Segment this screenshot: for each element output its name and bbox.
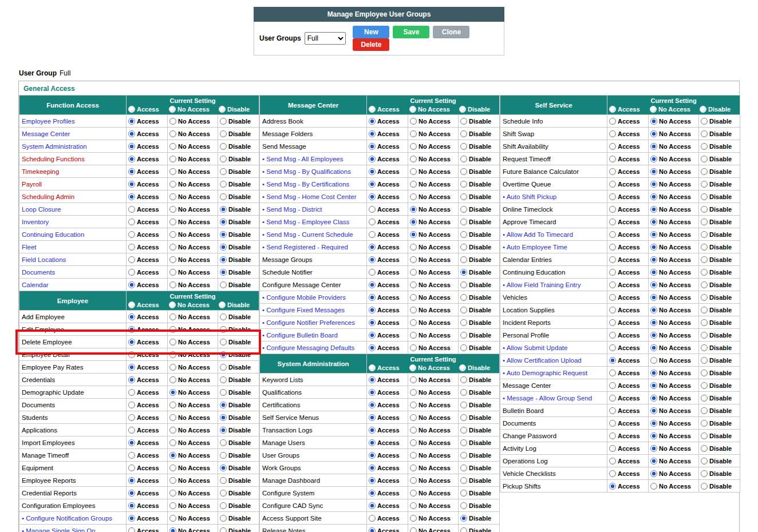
access-radio[interactable] — [128, 130, 135, 137]
disable-radio[interactable] — [701, 407, 708, 414]
disable-radio[interactable] — [701, 307, 708, 313]
header-disable-radio[interactable] — [459, 106, 466, 113]
header-disable-radio[interactable] — [459, 364, 466, 371]
access-radio[interactable] — [609, 470, 616, 477]
access-radio[interactable] — [128, 414, 135, 421]
delete-button[interactable]: Delete — [353, 38, 389, 51]
access-radio[interactable] — [609, 332, 616, 339]
disable-radio[interactable] — [460, 168, 467, 175]
header-no-access-radio[interactable] — [650, 106, 657, 113]
noaccess-radio[interactable] — [650, 256, 657, 263]
disable-radio[interactable] — [460, 206, 467, 213]
disable-radio[interactable] — [460, 376, 467, 383]
perm-label[interactable]: Message Center — [19, 128, 127, 140]
noaccess-radio[interactable] — [169, 477, 176, 484]
noaccess-radio[interactable] — [169, 351, 176, 358]
perm-label[interactable]: Payroll — [19, 178, 127, 190]
noaccess-radio[interactable] — [650, 294, 657, 301]
noaccess-radio[interactable] — [650, 357, 657, 364]
disable-radio[interactable] — [701, 445, 708, 452]
perm-label[interactable]: • Auto Demographic Request — [500, 367, 607, 379]
noaccess-radio[interactable] — [650, 307, 657, 313]
noaccess-radio[interactable] — [169, 156, 176, 162]
noaccess-radio[interactable] — [169, 118, 176, 125]
disable-radio[interactable] — [220, 281, 227, 288]
noaccess-radio[interactable] — [410, 307, 417, 313]
disable-radio[interactable] — [220, 414, 227, 421]
disable-radio[interactable] — [460, 256, 467, 263]
access-radio[interactable] — [609, 420, 616, 427]
noaccess-radio[interactable] — [169, 143, 176, 150]
disable-radio[interactable] — [220, 118, 227, 125]
disable-radio[interactable] — [220, 376, 227, 383]
disable-radio[interactable] — [460, 490, 467, 497]
disable-radio[interactable] — [460, 181, 467, 188]
noaccess-radio[interactable] — [650, 281, 657, 288]
disable-radio[interactable] — [701, 244, 708, 251]
disable-radio[interactable] — [220, 231, 227, 238]
access-radio[interactable] — [609, 432, 616, 439]
disable-radio[interactable] — [701, 231, 708, 238]
disable-radio[interactable] — [220, 256, 227, 263]
header-access-radio[interactable] — [369, 106, 376, 113]
noaccess-radio[interactable] — [650, 156, 657, 162]
disable-radio[interactable] — [701, 143, 708, 150]
noaccess-radio[interactable] — [410, 181, 417, 188]
disable-radio[interactable] — [701, 470, 708, 477]
access-radio[interactable] — [128, 181, 135, 188]
disable-radio[interactable] — [220, 206, 227, 213]
noaccess-radio[interactable] — [650, 244, 657, 251]
noaccess-radio[interactable] — [169, 193, 176, 200]
user-groups-select[interactable]: Full — [305, 32, 346, 45]
disable-radio[interactable] — [220, 193, 227, 200]
disable-radio[interactable] — [220, 351, 227, 358]
perm-label[interactable]: • Send Msg - By Qualifications — [260, 165, 367, 178]
noaccess-radio[interactable] — [410, 269, 417, 276]
access-radio[interactable] — [609, 168, 616, 175]
header-disable-radio[interactable] — [219, 301, 226, 308]
header-no-access-radio[interactable] — [169, 106, 176, 113]
noaccess-radio[interactable] — [410, 130, 417, 137]
noaccess-radio[interactable] — [410, 256, 417, 263]
noaccess-radio[interactable] — [650, 344, 657, 351]
access-radio[interactable] — [609, 382, 616, 389]
noaccess-radio[interactable] — [650, 319, 657, 326]
access-radio[interactable] — [609, 143, 616, 150]
disable-radio[interactable] — [220, 313, 227, 320]
access-radio[interactable] — [369, 389, 376, 396]
access-radio[interactable] — [128, 402, 135, 408]
access-radio[interactable] — [128, 313, 135, 320]
disable-radio[interactable] — [460, 414, 467, 421]
noaccess-radio[interactable] — [410, 344, 417, 351]
noaccess-radio[interactable] — [650, 407, 657, 414]
access-radio[interactable] — [128, 490, 135, 497]
noaccess-radio[interactable] — [169, 364, 176, 371]
disable-radio[interactable] — [701, 395, 708, 402]
disable-radio[interactable] — [701, 294, 708, 301]
header-disable-radio[interactable] — [219, 106, 226, 113]
access-radio[interactable] — [128, 464, 135, 471]
access-radio[interactable] — [128, 427, 135, 434]
access-radio[interactable] — [128, 193, 135, 200]
disable-radio[interactable] — [460, 477, 467, 484]
perm-label[interactable]: • Configure Bulletin Board — [260, 329, 367, 342]
disable-radio[interactable] — [220, 326, 227, 333]
access-radio[interactable] — [128, 326, 135, 333]
noaccess-radio[interactable] — [650, 458, 657, 464]
access-radio[interactable] — [128, 231, 135, 238]
disable-radio[interactable] — [220, 130, 227, 137]
access-radio[interactable] — [128, 219, 135, 225]
access-radio[interactable] — [369, 193, 376, 200]
access-radio[interactable] — [609, 319, 616, 326]
access-radio[interactable] — [609, 231, 616, 238]
access-radio[interactable] — [369, 307, 376, 313]
noaccess-radio[interactable] — [169, 244, 176, 251]
noaccess-radio[interactable] — [169, 527, 176, 532]
noaccess-radio[interactable] — [650, 445, 657, 452]
perm-label[interactable]: System Administration — [19, 140, 127, 153]
noaccess-radio[interactable] — [410, 490, 417, 497]
access-radio[interactable] — [609, 256, 616, 263]
header-access-radio[interactable] — [609, 106, 616, 113]
access-radio[interactable] — [369, 181, 376, 188]
disable-radio[interactable] — [220, 477, 227, 484]
